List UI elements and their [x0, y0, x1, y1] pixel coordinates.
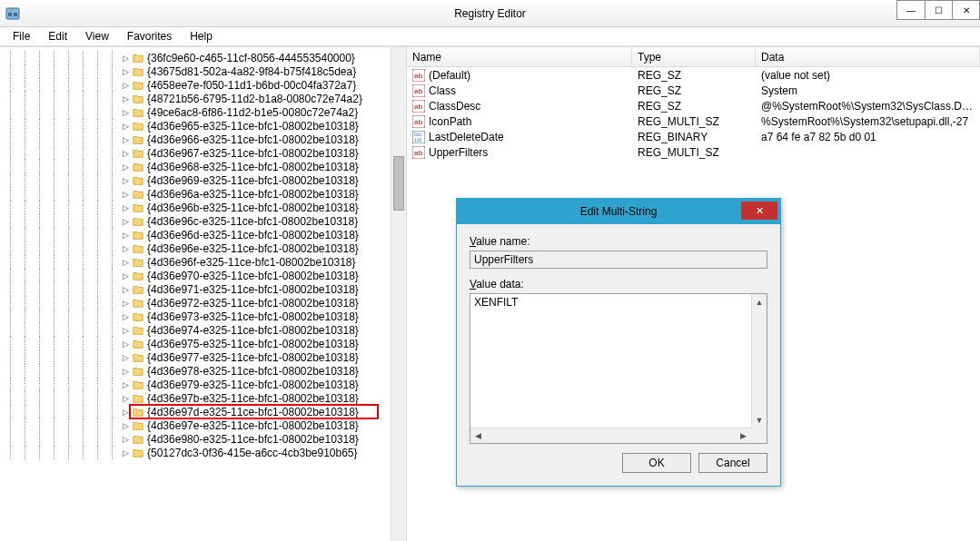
expand-icon[interactable]: ▷ [120, 339, 131, 349]
expand-icon[interactable]: ▷ [120, 66, 131, 77]
tree-item[interactable]: ▷{4d36e96e-e325-11ce-bfc1-08002be10318} [4, 241, 406, 255]
tree-item[interactable]: ▷{4d36e96f-e325-11ce-bfc1-08002be10318} [4, 255, 406, 269]
dialog-hscroll[interactable]: ◀ ▶ [470, 428, 751, 443]
expand-icon[interactable]: ▷ [120, 202, 131, 213]
expand-icon[interactable]: ▷ [120, 257, 131, 268]
tree-scrollbar[interactable] [391, 47, 406, 541]
expand-icon[interactable]: ▷ [120, 53, 131, 64]
tree-item[interactable]: ▷{4d36e980-e325-11ce-bfc1-08002be10318} [4, 432, 406, 446]
expand-icon[interactable]: ▷ [120, 284, 131, 295]
expand-icon[interactable]: ▷ [120, 407, 131, 418]
expand-icon[interactable]: ▷ [120, 175, 131, 186]
expand-icon[interactable]: ▷ [120, 420, 131, 431]
dialog-vscroll[interactable]: ▲ ▼ [751, 294, 767, 428]
registry-tree[interactable]: ▷{36fc9e60-c465-11cf-8056-444553540000}▷… [0, 47, 406, 463]
tree-item[interactable]: ▷{4d36e966-e325-11ce-bfc1-08002be10318} [4, 133, 406, 146]
value-row[interactable]: ClassREG_SZSystem [407, 83, 980, 98]
tree-item[interactable]: ▷{4d36e970-e325-11ce-bfc1-08002be10318} [4, 269, 406, 282]
col-name[interactable]: Name [407, 47, 632, 66]
expand-icon[interactable]: ▷ [120, 230, 131, 241]
close-button[interactable]: ✕ [952, 1, 979, 19]
tree-item[interactable]: ▷{4d36e968-e325-11ce-bfc1-08002be10318} [4, 160, 406, 173]
value-row[interactable]: LastDeleteDateREG_BINARYa7 64 fe a7 82 5… [407, 129, 980, 144]
value-data-textarea[interactable] [470, 294, 751, 428]
expand-icon[interactable]: ▷ [120, 311, 131, 322]
tree-item[interactable]: ▷{4d36e967-e325-11ce-bfc1-08002be10318} [4, 146, 406, 160]
menu-edit[interactable]: Edit [41, 28, 74, 44]
minimize-button[interactable]: — [897, 1, 925, 19]
scroll-down-icon[interactable]: ▼ [752, 412, 767, 428]
expand-icon[interactable]: ▷ [120, 393, 131, 404]
value-row[interactable]: (Default)REG_SZ(value not set) [407, 67, 980, 83]
tree-item[interactable]: ▷{4d36e965-e325-11ce-bfc1-08002be10318} [4, 119, 406, 133]
value-name-input[interactable] [470, 251, 767, 269]
menu-help[interactable]: Help [183, 28, 220, 44]
expand-icon[interactable]: ▷ [120, 107, 131, 118]
tree-item[interactable]: ▷{4d36e97e-e325-11ce-bfc1-08002be10318} [4, 418, 406, 432]
folder-icon [132, 216, 144, 227]
cancel-button[interactable]: Cancel [698, 453, 767, 473]
scroll-left-icon[interactable]: ◀ [470, 428, 486, 443]
dialog-titlebar[interactable]: Edit Multi-String ✕ [457, 199, 780, 224]
expand-icon[interactable]: ▷ [120, 434, 131, 445]
scroll-up-icon[interactable]: ▲ [752, 294, 767, 310]
tree-item[interactable]: ▷{4d36e975-e325-11ce-bfc1-08002be10318} [4, 337, 406, 350]
tree-item[interactable]: ▷{4d36e96a-e325-11ce-bfc1-08002be10318} [4, 187, 406, 201]
expand-icon[interactable]: ▷ [120, 121, 131, 132]
menu-view[interactable]: View [78, 28, 116, 44]
tree-item[interactable]: ▷{43675d81-502a-4a82-9f84-b75f418c5dea} [4, 64, 406, 78]
values-list[interactable]: (Default)REG_SZ(value not set)ClassREG_S… [407, 67, 980, 160]
tree-item[interactable]: ▷{4658ee7e-f050-11d1-b6bd-00c04fa372a7} [4, 78, 406, 92]
expand-icon[interactable]: ▷ [120, 448, 131, 458]
value-row[interactable]: ClassDescREG_SZ@%SystemRoot%\System32\Sy… [407, 98, 980, 113]
value-row[interactable]: UpperFiltersREG_MULTI_SZ [407, 144, 980, 160]
tree-item[interactable]: ▷{4d36e96b-e325-11ce-bfc1-08002be10318} [4, 201, 406, 214]
menu-favorites[interactable]: Favorites [120, 28, 179, 44]
tree-item[interactable]: ▷{49ce6ac8-6f86-11d2-b1e5-0080c72e74a2} [4, 105, 406, 119]
expand-icon[interactable]: ▷ [120, 162, 131, 172]
expand-icon[interactable]: ▷ [120, 352, 131, 363]
value-row[interactable]: IconPathREG_MULTI_SZ%SystemRoot%\System3… [407, 113, 980, 129]
scroll-right-icon[interactable]: ▶ [736, 428, 751, 443]
ok-button[interactable]: OK [622, 453, 691, 473]
tree-item[interactable]: ▷{36fc9e60-c465-11cf-8056-444553540000} [4, 51, 406, 64]
tree-item[interactable]: ▷{4d36e978-e325-11ce-bfc1-08002be10318} [4, 364, 406, 378]
expand-icon[interactable]: ▷ [120, 366, 131, 377]
tree-item[interactable]: ▷{4d36e971-e325-11ce-bfc1-08002be10318} [4, 282, 406, 296]
expand-icon[interactable]: ▷ [120, 134, 131, 145]
tree-item-label: {43675d81-502a-4a82-9f84-b75f418c5dea} [147, 65, 356, 78]
tree-item[interactable]: ▷{4d36e97d-e325-11ce-bfc1-08002be10318} [4, 405, 406, 418]
expand-icon[interactable]: ▷ [120, 270, 131, 281]
expand-icon[interactable]: ▷ [120, 189, 131, 200]
col-type[interactable]: Type [632, 47, 756, 66]
menu-file[interactable]: File [5, 28, 37, 44]
tree-item[interactable]: ▷{4d36e96c-e325-11ce-bfc1-08002be10318} [4, 214, 406, 228]
value-name: LastDeleteDate [429, 131, 504, 143]
expand-icon[interactable]: ▷ [120, 298, 131, 309]
expand-icon[interactable]: ▷ [120, 243, 131, 254]
folder-icon [132, 379, 144, 390]
expand-icon[interactable]: ▷ [120, 379, 131, 390]
edit-multi-string-dialog: Edit Multi-String ✕ Value name: Value da… [456, 198, 781, 487]
dialog-close-button[interactable]: ✕ [741, 202, 777, 220]
tree-item[interactable]: ▷{4d36e977-e325-11ce-bfc1-08002be10318} [4, 350, 406, 364]
tree-item[interactable]: ▷{4d36e97b-e325-11ce-bfc1-08002be10318} [4, 391, 406, 405]
expand-icon[interactable]: ▷ [120, 325, 131, 336]
expand-icon[interactable]: ▷ [120, 148, 131, 159]
maximize-button[interactable]: ☐ [925, 1, 952, 19]
tree-item[interactable]: ▷{50127dc3-0f36-415e-a6cc-4cb3be910b65} [4, 446, 406, 459]
tree-item[interactable]: ▷{4d36e979-e325-11ce-bfc1-08002be10318} [4, 378, 406, 391]
tree-item[interactable]: ▷{4d36e974-e325-11ce-bfc1-08002be10318} [4, 323, 406, 337]
value-type: REG_MULTI_SZ [632, 146, 756, 159]
tree-item[interactable]: ▷{4d36e972-e325-11ce-bfc1-08002be10318} [4, 296, 406, 310]
tree-item[interactable]: ▷{4d36e969-e325-11ce-bfc1-08002be10318} [4, 173, 406, 187]
folder-icon [132, 366, 144, 377]
expand-icon[interactable]: ▷ [120, 80, 131, 91]
tree-item[interactable]: ▷{4d36e96d-e325-11ce-bfc1-08002be10318} [4, 228, 406, 241]
tree-item[interactable]: ▷{4d36e973-e325-11ce-bfc1-08002be10318} [4, 310, 406, 323]
tree-item[interactable]: ▷{48721b56-6795-11d2-b1a8-0080c72e74a2} [4, 92, 406, 105]
expand-icon[interactable]: ▷ [120, 93, 131, 104]
col-data[interactable]: Data [756, 47, 980, 66]
scrollbar-thumb[interactable] [393, 156, 404, 211]
expand-icon[interactable]: ▷ [120, 216, 131, 227]
